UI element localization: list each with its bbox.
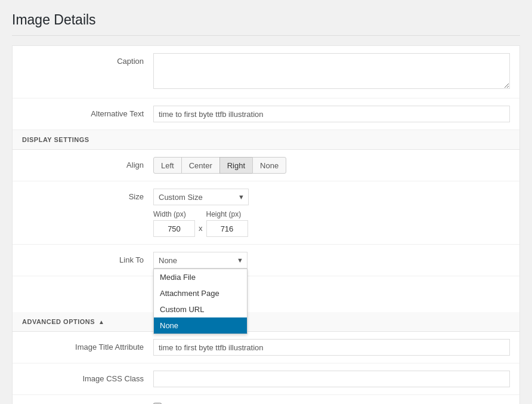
- caption-control: [153, 53, 510, 91]
- caption-row: Caption: [13, 46, 519, 98]
- image-title-input[interactable]: [153, 339, 510, 356]
- caption-textarea[interactable]: [153, 53, 510, 89]
- advanced-options-header[interactable]: ADVANCED OPTIONS ▲: [13, 312, 519, 332]
- align-control: Left Center Right None: [153, 157, 510, 174]
- size-row: Size Thumbnail Medium Large Full Size Cu…: [13, 181, 519, 245]
- advanced-options-toggle-icon: ▲: [98, 319, 104, 325]
- alt-text-row: Alternative Text: [13, 98, 519, 130]
- link-to-dropdown-menu: Media File Attachment Page Custom URL No…: [153, 269, 248, 334]
- size-label: Size: [22, 189, 153, 201]
- dropdown-item-custom-url[interactable]: Custom URL: [154, 301, 247, 317]
- dropdown-item-media-file[interactable]: Media File: [154, 269, 247, 285]
- alt-text-control: [153, 106, 510, 122]
- image-css-label: Image CSS Class: [22, 371, 153, 383]
- align-row: Align Left Center Right None: [13, 150, 519, 181]
- link-to-dropdown-container: Media File Attachment Page Custom URL No…: [153, 252, 510, 269]
- link-to-label: Link To: [22, 252, 153, 264]
- align-left-button[interactable]: Left: [153, 157, 182, 174]
- link-to-control: Media File Attachment Page Custom URL No…: [153, 252, 510, 269]
- image-css-control: [153, 371, 510, 387]
- size-select[interactable]: Thumbnail Medium Large Full Size Custom …: [153, 189, 249, 205]
- image-title-control: [153, 339, 510, 356]
- caption-label: Caption: [22, 53, 153, 66]
- link-to-row: Link To Media File Attachment Page Custo…: [13, 245, 519, 276]
- height-group: Height (px): [206, 210, 248, 237]
- align-right-button[interactable]: Right: [219, 157, 253, 174]
- dropdown-item-none[interactable]: None: [154, 317, 247, 334]
- alt-text-label: Alternative Text: [22, 106, 153, 118]
- align-button-group: Left Center Right None: [153, 157, 510, 174]
- width-label: Width (px): [153, 210, 195, 218]
- dim-separator: x: [199, 224, 203, 233]
- height-label: Height (px): [206, 210, 248, 218]
- height-input[interactable]: [206, 220, 248, 237]
- size-dimensions: Width (px) x Height (px): [153, 210, 248, 237]
- align-none-button[interactable]: None: [252, 157, 286, 174]
- link-to-select-wrapper: Media File Attachment Page Custom URL No…: [153, 252, 248, 269]
- image-details-form: Caption Alternative Text DISPLAY SETTING…: [12, 45, 520, 404]
- width-group: Width (px): [153, 210, 195, 237]
- image-css-row: Image CSS Class: [13, 363, 519, 395]
- size-select-wrapper: Thumbnail Medium Large Full Size Custom …: [153, 189, 249, 205]
- dropdown-item-attachment-page[interactable]: Attachment Page: [154, 285, 247, 301]
- align-center-button[interactable]: Center: [181, 157, 220, 174]
- link-to-select[interactable]: Media File Attachment Page Custom URL No…: [153, 252, 248, 269]
- image-title-row: Image Title Attribute: [13, 332, 519, 363]
- alt-text-input[interactable]: [153, 106, 510, 122]
- display-settings-label: DISPLAY SETTINGS: [22, 136, 89, 143]
- advanced-options-label: ADVANCED OPTIONS: [22, 318, 95, 325]
- image-css-input[interactable]: [153, 371, 510, 387]
- open-new-tab-row: Open link in a new tab: [13, 395, 519, 404]
- page-title: Image Details: [12, 12, 520, 36]
- display-settings-header: DISPLAY SETTINGS: [13, 130, 519, 150]
- size-control: Thumbnail Medium Large Full Size Custom …: [153, 189, 510, 237]
- image-title-label: Image Title Attribute: [22, 339, 153, 351]
- align-label: Align: [22, 157, 153, 169]
- width-input[interactable]: [153, 220, 195, 237]
